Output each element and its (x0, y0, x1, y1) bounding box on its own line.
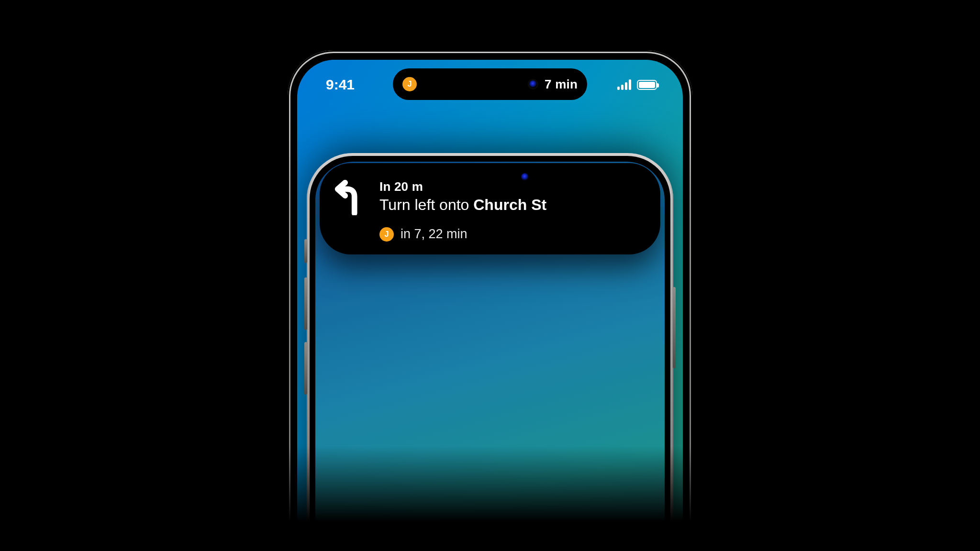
volume-up-button (304, 277, 307, 330)
presentation-stage: 9:41 J 7 min (0, 0, 980, 551)
sensor-housing (518, 77, 537, 91)
island-timer: 7 min (545, 77, 578, 92)
contact-avatar: J (402, 77, 417, 91)
nav-instruction-street: Church St (473, 196, 546, 213)
sensor-housing (445, 168, 535, 186)
contact-avatar: J (379, 227, 394, 242)
nav-eta-row: J in 7, 22 min (333, 227, 646, 242)
nav-instruction-prefix: Turn left onto (379, 196, 473, 213)
turn-left-icon (333, 178, 366, 215)
cellular-signal-icon (617, 79, 631, 90)
dynamic-island-expanded[interactable]: In 20 m Turn left onto Church St J in 7,… (320, 164, 660, 254)
ring-switch (304, 239, 307, 263)
nav-eta: in 7, 22 min (401, 227, 468, 242)
status-right (617, 79, 657, 90)
front-camera-icon (521, 173, 529, 181)
nav-street: Turn left onto Church St (379, 196, 546, 214)
front-camera-icon (529, 80, 537, 88)
battery-icon (637, 80, 657, 90)
screen-front: In 20 m Turn left onto Church St J in 7,… (315, 162, 665, 551)
side-button (673, 287, 676, 368)
dynamic-island-compact[interactable]: J 7 min (393, 68, 587, 100)
status-time: 9:41 (326, 77, 355, 93)
volume-down-button (304, 342, 307, 395)
phone-front: In 20 m Turn left onto Church St J in 7,… (307, 153, 673, 551)
